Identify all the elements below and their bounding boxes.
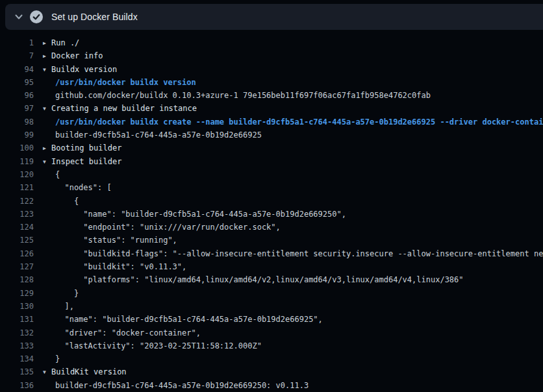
line-number[interactable]: 99: [0, 129, 34, 141]
line-text: /usr/bin/docker buildx version: [34, 76, 543, 89]
line-text-content: "platforms": "linux/amd64,linux/amd64/v2…: [55, 275, 464, 284]
group-toggle-icon[interactable]: ▼: [43, 103, 51, 115]
line-number[interactable]: 131: [0, 313, 34, 326]
line-number[interactable]: 100: [0, 141, 34, 154]
check-circle-icon: [30, 10, 43, 23]
log-line[interactable]: 1 ▶Run ./: [0, 36, 543, 49]
line-text-content: {: [55, 197, 79, 206]
log-line[interactable]: 100 ▶Booting builder: [0, 141, 543, 154]
line-number[interactable]: 136: [0, 379, 34, 392]
line-text: ▶Run ./: [34, 36, 543, 49]
chevron-down-icon[interactable]: [15, 14, 23, 20]
log-line: 127 "buildkit": "v0.11.3",: [0, 260, 543, 273]
log-line: 126 "buildkitd-flags": "--allow-insecure…: [0, 247, 543, 260]
group-toggle-icon[interactable]: ▶: [43, 37, 51, 49]
log-line[interactable]: 7 ▶Docker info: [0, 49, 543, 62]
log-line: 122 {: [0, 195, 543, 208]
step-header[interactable]: Set up Docker Buildx: [5, 4, 543, 30]
line-text: ▶Docker info: [34, 49, 543, 62]
line-text: ],: [34, 300, 543, 313]
line-number[interactable]: 96: [0, 89, 34, 102]
log-line: 120 {: [0, 168, 543, 181]
log-line: 98 /usr/bin/docker buildx create --name …: [0, 116, 543, 129]
line-number[interactable]: 132: [0, 326, 34, 339]
log-line: 96 github.com/docker/buildx 0.10.3+azure…: [0, 89, 543, 102]
log-line: 129 }: [0, 287, 543, 300]
line-number[interactable]: 130: [0, 300, 34, 313]
line-text-content: "status": "running",: [55, 236, 177, 245]
line-text: "name": "builder-d9cfb5a1-c764-445a-a57e…: [34, 208, 543, 221]
group-toggle-icon[interactable]: ▼: [43, 64, 51, 76]
line-text: /usr/bin/docker buildx create --name bui…: [34, 116, 543, 129]
log-line: 99 builder-d9cfb5a1-c764-445a-a57e-0b19d…: [0, 129, 543, 141]
line-text: ▼Inspect builder: [34, 155, 543, 168]
log-line: 123 "name": "builder-d9cfb5a1-c764-445a-…: [0, 208, 543, 221]
line-number[interactable]: 135: [0, 365, 34, 378]
line-text: "name": "builder-d9cfb5a1-c764-445a-a57e…: [34, 313, 543, 326]
line-text-content: }: [55, 354, 60, 363]
log-line[interactable]: 119 ▼Inspect builder: [0, 155, 543, 168]
log-line: 132 "driver": "docker-container",: [0, 326, 543, 339]
line-number[interactable]: 125: [0, 234, 34, 247]
line-number[interactable]: 95: [0, 76, 34, 89]
line-number[interactable]: 134: [0, 352, 34, 365]
log-line: 136 builder-d9cfb5a1-c764-445a-a57e-0b19…: [0, 379, 543, 392]
line-number[interactable]: 129: [0, 287, 34, 300]
line-number[interactable]: 128: [0, 273, 34, 286]
log-line[interactable]: 135 ▼BuildKit version: [0, 365, 543, 378]
line-text-content: Creating a new builder instance: [51, 104, 197, 113]
line-text-content: Buildx version: [51, 65, 117, 74]
line-number[interactable]: 126: [0, 247, 34, 260]
line-number[interactable]: 122: [0, 195, 34, 208]
log-line: 121 "nodes": [: [0, 181, 543, 194]
group-toggle-icon[interactable]: ▶: [43, 142, 51, 154]
log-line: 124 "endpoint": "unix:///var/run/docker.…: [0, 221, 543, 234]
line-text: "nodes": [: [34, 181, 543, 194]
group-toggle-icon[interactable]: ▼: [43, 366, 51, 378]
line-text-content: "name": "builder-d9cfb5a1-c764-445a-a57e…: [55, 210, 346, 219]
line-text: "lastActivity": "2023-02-25T11:58:12.000…: [34, 339, 543, 352]
line-number[interactable]: 124: [0, 221, 34, 234]
line-number[interactable]: 133: [0, 339, 34, 352]
line-text-content: github.com/docker/buildx 0.10.3+azure-1 …: [55, 91, 431, 100]
line-number[interactable]: 121: [0, 181, 34, 194]
line-text: github.com/docker/buildx 0.10.3+azure-1 …: [34, 89, 543, 102]
line-text-content: "lastActivity": "2023-02-25T11:58:12.000…: [55, 341, 262, 350]
line-text: "buildkitd-flags": "--allow-insecure-ent…: [34, 247, 543, 260]
log-line[interactable]: 94 ▼Buildx version: [0, 63, 543, 76]
log-line: 133 "lastActivity": "2023-02-25T11:58:12…: [0, 339, 543, 352]
line-number[interactable]: 119: [0, 155, 34, 168]
line-text-content: "name": "builder-d9cfb5a1-c764-445a-a57e…: [55, 315, 323, 324]
log-line: 125 "status": "running",: [0, 234, 543, 247]
line-text: ▶Booting builder: [34, 141, 543, 154]
line-text: }: [34, 352, 543, 365]
log-line: 128 "platforms": "linux/amd64,linux/amd6…: [0, 273, 543, 286]
group-toggle-icon[interactable]: ▼: [43, 156, 51, 168]
line-text-content: Booting builder: [51, 143, 121, 153]
line-text-content: ],: [55, 302, 74, 311]
line-text-content: builder-d9cfb5a1-c764-445a-a57e-0b19d2e6…: [55, 381, 309, 390]
log-line: 134 }: [0, 352, 543, 365]
line-text: builder-d9cfb5a1-c764-445a-a57e-0b19d2e6…: [34, 379, 543, 392]
line-text: {: [34, 168, 543, 181]
line-number[interactable]: 120: [0, 168, 34, 181]
line-number[interactable]: 127: [0, 260, 34, 273]
line-number[interactable]: 123: [0, 208, 34, 221]
group-toggle-icon[interactable]: ▶: [43, 50, 51, 62]
line-number[interactable]: 94: [0, 63, 34, 76]
line-text-content: "buildkitd-flags": "--allow-insecure-ent…: [55, 249, 543, 258]
line-number[interactable]: 98: [0, 116, 34, 129]
line-text: ▼Creating a new builder instance: [34, 102, 543, 115]
line-text-content: "driver": "docker-container",: [55, 328, 201, 337]
line-text: "status": "running",: [34, 234, 543, 247]
line-text-content: "endpoint": "unix:///var/run/docker.sock…: [55, 223, 281, 232]
line-text-content: "buildkit": "v0.11.3",: [55, 262, 186, 271]
line-text-content: }: [55, 289, 79, 298]
line-number[interactable]: 97: [0, 102, 34, 115]
line-number[interactable]: 7: [0, 49, 34, 62]
log-line[interactable]: 97 ▼Creating a new builder instance: [0, 102, 543, 115]
line-text: builder-d9cfb5a1-c764-445a-a57e-0b19d2e6…: [34, 129, 543, 141]
line-text-content: /usr/bin/docker buildx version: [55, 78, 196, 87]
line-number[interactable]: 1: [0, 36, 34, 49]
log-lines: 1 ▶Run ./ 7 ▶Docker info 94 ▼Buildx vers…: [0, 36, 543, 392]
